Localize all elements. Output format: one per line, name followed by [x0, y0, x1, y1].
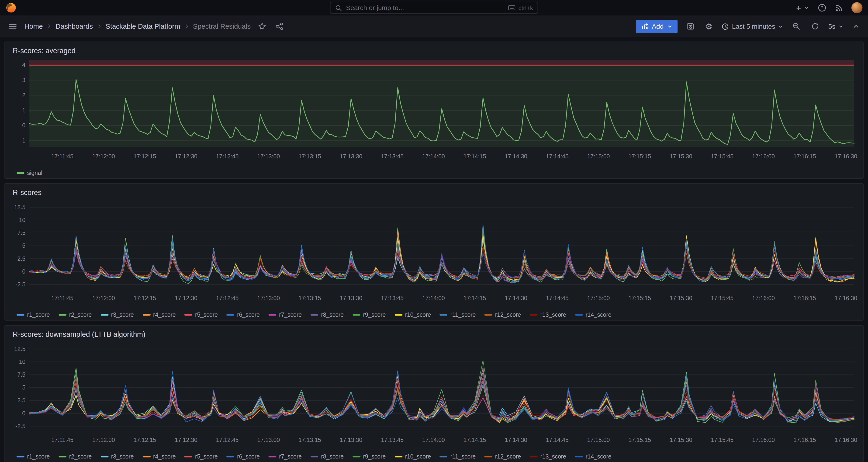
zoom-out-button[interactable] [790, 21, 802, 32]
legend-item[interactable]: r12_score [485, 453, 521, 459]
legend-item[interactable]: r1_score [17, 453, 50, 459]
panel-title[interactable]: R-scores: downsampled (LTTB algorithm) [9, 329, 145, 340]
mega-menu-button[interactable] [6, 20, 19, 32]
legend-item[interactable]: r2_score [59, 453, 92, 459]
breadcrumb-dashboards[interactable]: Dashboards [56, 22, 93, 30]
legend-label: r9_score [363, 311, 385, 318]
svg-text:17:16:15: 17:16:15 [794, 437, 816, 443]
zoom-out-icon [793, 22, 801, 31]
legend-item[interactable]: r5_score [185, 453, 218, 459]
svg-text:17:11:45: 17:11:45 [51, 437, 73, 443]
legend-label: r6_score [237, 453, 260, 459]
new-menu-button[interactable]: + [796, 3, 809, 12]
svg-text:17:13:00: 17:13:00 [257, 437, 280, 443]
legend-item[interactable]: r14_score [575, 311, 611, 318]
time-range-picker[interactable]: Last 5 minutes [721, 22, 783, 30]
collapse-toolbar-button[interactable] [851, 21, 861, 31]
time-series-chart[interactable]: -2.502.557.51012.517:11:4517:12:0017:12:… [9, 340, 859, 449]
legend-item[interactable]: r13_score [530, 311, 566, 318]
legend-item[interactable]: r8_score [311, 453, 344, 459]
svg-text:0: 0 [22, 410, 25, 417]
time-series-chart[interactable]: -2.502.557.51012.517:11:4517:12:0017:12:… [9, 198, 859, 307]
legend-item[interactable]: r8_score [311, 311, 344, 318]
legend-item[interactable]: r7_score [269, 311, 302, 318]
legend-item[interactable]: r10_score [395, 311, 431, 318]
breadcrumb-current: Spectral Residuals [193, 22, 251, 30]
legend-item[interactable]: r14_score [575, 453, 611, 459]
legend-item[interactable]: r11_score [440, 453, 476, 459]
legend-item[interactable]: r12_score [485, 311, 521, 318]
help-button[interactable]: ? [818, 3, 827, 12]
top-nav-bar: Search or jump to... ctrl+k + [0, 0, 868, 16]
svg-text:2.5: 2.5 [18, 255, 26, 262]
svg-text:17:16:30: 17:16:30 [835, 153, 857, 159]
legend-item[interactable]: r2_score [59, 311, 92, 318]
legend-item[interactable]: r11_score [440, 311, 476, 318]
legend-swatch [100, 456, 108, 457]
svg-text:17:15:00: 17:15:00 [587, 153, 610, 159]
user-menu-button[interactable] [851, 2, 862, 13]
legend-item[interactable]: r3_score [100, 311, 133, 318]
chart-area[interactable]: -2.502.557.51012.517:11:4517:12:0017:12:… [9, 198, 859, 307]
plus-icon: + [796, 3, 801, 12]
legend-swatch [59, 456, 66, 457]
time-series-chart[interactable]: -10123417:11:4517:12:0017:12:1517:12:301… [9, 56, 859, 165]
dashboard-settings-button[interactable]: ⚙ [704, 21, 714, 32]
breadcrumb-home[interactable]: Home [24, 22, 43, 30]
svg-text:-2.5: -2.5 [16, 423, 25, 429]
share-button[interactable] [273, 21, 285, 32]
legend-item[interactable]: r1_score [17, 311, 50, 318]
favorite-button[interactable] [256, 21, 268, 32]
legend-item[interactable]: r10_score [395, 453, 431, 459]
refresh-interval-picker[interactable]: 5s [828, 22, 844, 30]
search-input[interactable]: Search or jump to... ctrl+k [330, 2, 538, 14]
svg-text:17:12:00: 17:12:00 [92, 295, 115, 301]
news-button[interactable] [835, 3, 843, 12]
svg-text:17:13:15: 17:13:15 [299, 295, 321, 301]
svg-text:17:12:15: 17:12:15 [133, 153, 156, 159]
legend-item[interactable]: r7_score [269, 453, 302, 459]
legend-item[interactable]: r4_score [143, 311, 176, 318]
legend-label: r12_score [495, 311, 521, 318]
rss-icon [835, 3, 843, 12]
legend-swatch [269, 314, 276, 315]
legend-swatch [352, 314, 360, 315]
legend: signal [9, 170, 859, 176]
grafana-logo[interactable] [6, 2, 17, 13]
panel-title[interactable]: R-scores [9, 187, 41, 198]
svg-text:2.5: 2.5 [18, 397, 26, 403]
legend-swatch [17, 456, 24, 457]
legend-item[interactable]: r13_score [530, 453, 566, 459]
legend-item[interactable]: r5_score [185, 311, 218, 318]
legend-item[interactable]: signal [17, 170, 42, 176]
svg-text:5: 5 [22, 242, 25, 249]
legend-item[interactable]: r6_score [227, 453, 260, 459]
chart-area[interactable]: -10123417:11:4517:12:0017:12:1517:12:301… [9, 56, 859, 165]
legend-label: r7_score [279, 311, 302, 318]
legend-swatch [530, 456, 537, 457]
legend-item[interactable]: r3_score [100, 453, 133, 459]
breadcrumb-folder[interactable]: Stackable Data Platform [105, 22, 180, 30]
legend-item[interactable]: r9_score [352, 311, 385, 318]
legend-item[interactable]: r6_score [227, 311, 260, 318]
add-button[interactable]: Add [636, 20, 678, 33]
search-placeholder: Search or jump to... [346, 4, 404, 12]
svg-text:17:14:45: 17:14:45 [546, 437, 569, 443]
save-dashboard-button[interactable] [685, 21, 696, 32]
legend-swatch [575, 456, 583, 457]
chevron-right-icon [46, 24, 52, 29]
chart-area[interactable]: -2.502.557.51012.517:11:4517:12:0017:12:… [9, 340, 859, 449]
svg-text:17:14:15: 17:14:15 [464, 295, 486, 301]
svg-text:17:14:00: 17:14:00 [422, 295, 445, 301]
legend-swatch [143, 314, 150, 315]
legend-label: r5_score [195, 311, 218, 318]
legend-swatch [575, 314, 583, 315]
legend-item[interactable]: r9_score [352, 453, 385, 459]
svg-text:17:16:15: 17:16:15 [794, 295, 816, 301]
help-icon: ? [818, 3, 827, 12]
panel-title[interactable]: R-scores: averaged [9, 45, 75, 56]
svg-text:0: 0 [22, 268, 25, 275]
legend-item[interactable]: r4_score [143, 453, 176, 459]
refresh-button[interactable] [809, 21, 821, 32]
legend: r1_scorer2_scorer3_scorer4_scorer5_score… [9, 311, 859, 318]
